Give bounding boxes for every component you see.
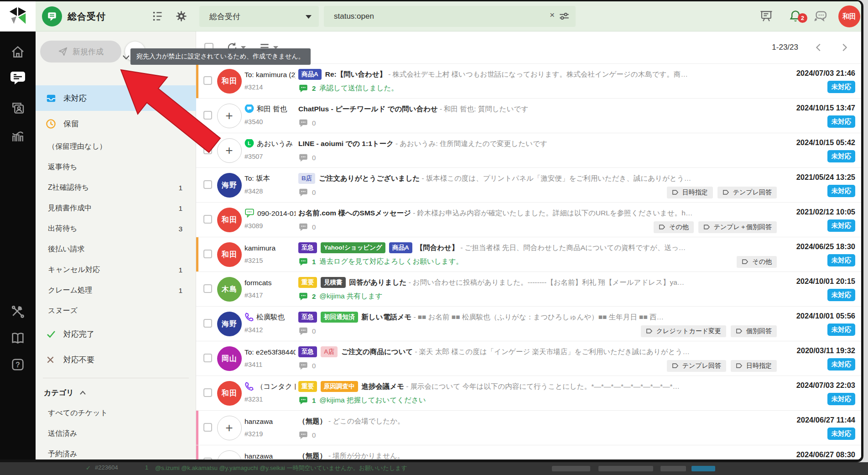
ticket-body: 重要原因調査中進捗会議メモ - 展示会について 今年は以下の内容にて行うことにし… bbox=[298, 376, 861, 410]
rail-item-tools[interactable] bbox=[0, 304, 36, 321]
sidebar-item[interactable]: スヌーズ bbox=[36, 301, 196, 321]
avatar[interactable]: 和田 bbox=[217, 242, 242, 267]
avatar[interactable]: 和田 bbox=[217, 381, 242, 406]
ticket-row[interactable]: 海野To: 坂本#3428B店ご注文ありがとうございました - 坂本様この度は、… bbox=[196, 167, 861, 202]
sidebar-item[interactable]: すべてのチケット bbox=[36, 403, 196, 423]
sidebar-item[interactable]: （保留理由なし） bbox=[36, 136, 196, 157]
new-ticket-button[interactable]: 新規作成 bbox=[40, 41, 121, 63]
rail-item-help[interactable]: ? bbox=[0, 357, 36, 374]
sidebar-item[interactable]: 対応不要 bbox=[36, 347, 196, 372]
sidebar-item[interactable]: 返事待ち bbox=[36, 157, 196, 177]
search-input[interactable]: status:open × bbox=[324, 6, 576, 27]
ticket-row[interactable]: 和田090-2014-0111 (3)#3089お名前.com 様へのSMSメッ… bbox=[196, 202, 861, 237]
tag-chip[interactable]: 日時指定 bbox=[667, 187, 713, 198]
rail-item-tickets[interactable] bbox=[0, 71, 36, 87]
add-contact-button[interactable]: + bbox=[217, 416, 242, 440]
sidebar-item[interactable]: 後払い請求 bbox=[36, 239, 196, 260]
ticket-row[interactable]: 木島formcats#3417重要見積書回答がありました - お問い合わせに投稿… bbox=[196, 271, 861, 306]
subject-separator: - bbox=[422, 174, 424, 183]
filter-sliders-icon[interactable] bbox=[558, 10, 570, 24]
sidebar-item-count: 1 bbox=[178, 287, 182, 295]
avatar[interactable]: 海野 bbox=[217, 173, 242, 198]
contact-name-text: 松廣駿也 bbox=[256, 313, 285, 322]
sidebar-section-categories[interactable]: カテゴリ bbox=[36, 383, 196, 403]
row-checkbox[interactable] bbox=[203, 76, 212, 85]
user-avatar[interactable]: 和田 bbox=[838, 5, 860, 27]
reply-count: 0 bbox=[312, 327, 316, 335]
brand-logo[interactable] bbox=[0, 1, 36, 31]
row-checkbox[interactable] bbox=[203, 146, 212, 154]
tag-chip[interactable]: その他 bbox=[737, 256, 777, 268]
avatar[interactable]: 和田 bbox=[217, 69, 242, 94]
sidebar-item[interactable]: 保留7 bbox=[36, 111, 196, 136]
sidebar-item[interactable]: 見積書作成中1 bbox=[36, 198, 196, 219]
row-checkbox[interactable] bbox=[203, 180, 212, 189]
support-chat-icon[interactable] bbox=[814, 9, 827, 25]
sidebar-item[interactable]: 予約済み bbox=[36, 444, 196, 462]
next-page-button[interactable] bbox=[839, 42, 849, 52]
tag-chip[interactable]: テンプレ回答 bbox=[717, 187, 777, 198]
ticket-preview: ■■ お名前 ■■ 松廣駿也（ふりがな：まつひろしゅんや）■■ 生年月日 ■■ … bbox=[418, 313, 664, 322]
ticket-row[interactable]: +和田 哲也#3540ChatPlus - ピーチワールド での問い合わせ - … bbox=[196, 98, 861, 133]
mailbox-dropdown[interactable]: 総合受付 bbox=[199, 6, 319, 27]
subject-line: LINE - aoiumi での 1:1トーク - あおいうみ: 住所間違えたの… bbox=[298, 138, 777, 149]
status-badge: 未対応 bbox=[827, 115, 856, 128]
rail-item-guide[interactable] bbox=[0, 331, 36, 347]
tag-chip[interactable]: その他 bbox=[654, 221, 694, 233]
avatar[interactable]: 和田 bbox=[217, 208, 242, 232]
svg-text:L: L bbox=[248, 141, 251, 146]
row-checkbox[interactable] bbox=[203, 458, 212, 462]
add-contact-button[interactable]: + bbox=[217, 450, 242, 462]
avatar[interactable]: 海野 bbox=[217, 312, 242, 336]
announcements-board-icon[interactable] bbox=[759, 9, 773, 25]
ticket-row[interactable]: +hanzawa#3219（無題） - どこの会場でしたか。02024/06/2… bbox=[196, 410, 861, 445]
sidebar-item[interactable]: 未対応 bbox=[36, 85, 196, 111]
tag-chip[interactable]: クレジットカード変更 bbox=[641, 325, 726, 337]
row-checkbox[interactable] bbox=[203, 423, 212, 432]
row-checkbox[interactable] bbox=[203, 111, 212, 120]
row-checkbox[interactable] bbox=[203, 388, 212, 397]
sidebar-item[interactable]: 出荷待ち3 bbox=[36, 219, 196, 239]
prev-page-button[interactable] bbox=[814, 42, 824, 52]
sidebar-item[interactable]: 対応完了 bbox=[36, 321, 196, 347]
reply-bubble-icon bbox=[298, 84, 308, 93]
tag-chip[interactable]: テンプレ回答 bbox=[667, 360, 726, 372]
priority-list-icon[interactable] bbox=[151, 10, 164, 24]
ticket-row[interactable]: 岡山To: e2e53f3844029f2b12e#3411至急A店ご注文の商品… bbox=[196, 341, 861, 376]
ticket-row[interactable]: 和田kamimura#3215至急Yahoo!ショッピング商品A【問合わせ】 -… bbox=[196, 237, 861, 271]
ticket-row[interactable]: 和田To: kamimura (2)#3214商品ARe:【問い合わせ】 - 株… bbox=[196, 63, 861, 98]
chevron-down-icon[interactable] bbox=[122, 54, 130, 62]
ticket-row[interactable]: 海野松廣駿也#3412至急初回通知済新しい電話メモ - ■■ お名前 ■■ 松廣… bbox=[196, 306, 861, 341]
contact-name: Lあおいうみ bbox=[244, 139, 296, 149]
tag-icon bbox=[703, 224, 710, 230]
row-checkbox[interactable] bbox=[203, 354, 212, 362]
add-contact-button[interactable]: + bbox=[217, 104, 242, 128]
sidebar-item[interactable]: キャンセル対応1 bbox=[36, 260, 196, 280]
ticket-row[interactable]: +hanzawa（無題） - 場所が分かりません。2024/06/27 08:3… bbox=[196, 445, 861, 462]
sidebar-item[interactable]: Z社確認待ち1 bbox=[36, 177, 196, 198]
settings-gear-icon[interactable] bbox=[175, 10, 187, 24]
meta-line: 0その他テンプレ＋個別回答 bbox=[298, 221, 777, 233]
add-contact-button[interactable]: + bbox=[217, 138, 242, 163]
sidebar-item[interactable]: 送信済み bbox=[36, 423, 196, 444]
rail-item-contacts[interactable] bbox=[0, 101, 36, 117]
avatar[interactable]: 木島 bbox=[217, 277, 242, 302]
ticket-body: お名前.com 様へのSMSメッセージ - 鈴木様お申込み内容が確定いたしました… bbox=[298, 203, 861, 237]
row-checkbox[interactable] bbox=[203, 284, 212, 293]
clear-search-icon[interactable]: × bbox=[550, 10, 555, 20]
ticket-row[interactable]: 和田（コンタクト未設定）#3231重要原因調査中進捗会議メモ - 展示会について… bbox=[196, 376, 861, 410]
ticket-row[interactable]: +Lあおいうみ#3507LINE - aoiumi での 1:1トーク - あお… bbox=[196, 133, 861, 167]
ticket-body: B店ご注文ありがとうございました - 坂本様この度は、プリントパネル「激安便」を… bbox=[298, 168, 861, 202]
tag-chip[interactable]: 個別回答 bbox=[731, 325, 777, 337]
sidebar-item[interactable]: クレーム処理1 bbox=[36, 280, 196, 301]
app-window: ? 総合受付 bbox=[0, 0, 863, 462]
row-checkbox[interactable] bbox=[203, 319, 212, 328]
rail-item-home[interactable] bbox=[0, 45, 36, 61]
tag-chip[interactable]: テンプレ＋個別回答 bbox=[698, 221, 777, 233]
tag-chip[interactable]: 日時指定 bbox=[731, 360, 777, 372]
row-checkbox[interactable] bbox=[203, 250, 212, 258]
row-checkbox[interactable] bbox=[203, 215, 212, 224]
rail-item-stats[interactable] bbox=[0, 129, 36, 146]
avatar[interactable]: 岡山 bbox=[217, 346, 242, 371]
notifications-bell-icon[interactable]: 2 bbox=[789, 16, 802, 24]
